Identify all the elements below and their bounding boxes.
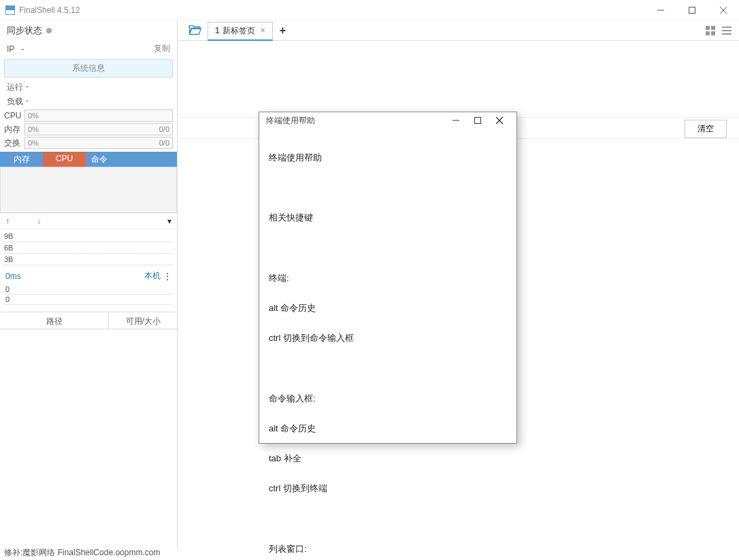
help-line: alt 命令历史: [269, 421, 507, 436]
dialog-close-button[interactable]: [489, 112, 510, 129]
help-terminal-heading: 终端:: [269, 271, 507, 286]
window-title: FinalShell 4.5.12: [19, 5, 80, 15]
sync-status-label: 同步状态: [7, 24, 42, 37]
grid-view-icon[interactable]: [705, 25, 716, 36]
cpu-label: CPU: [4, 111, 24, 120]
help-heading: 终端使用帮助: [269, 150, 507, 165]
disk-list: [0, 329, 177, 548]
help-shortcut-heading: 相关快捷键: [269, 210, 507, 225]
usage-graph: [0, 167, 177, 213]
uptime-value: -: [26, 82, 29, 93]
uptime-label: 运行: [7, 82, 23, 93]
minimize-button[interactable]: [645, 0, 676, 20]
memory-meter: 0%0/0: [24, 123, 173, 135]
app-icon: [5, 5, 15, 15]
svg-rect-4: [706, 26, 710, 30]
sidebar: 同步状态 IP - 复制 系统信息 运行- 负载- CPU 0% 内存 0%0/…: [0, 20, 178, 548]
tab-label: 新标签页: [223, 25, 255, 37]
svg-rect-6: [706, 31, 710, 35]
window-titlebar: FinalShell 4.5.12: [0, 0, 739, 20]
status-bar: 修补:魔影网络 FinalShellCode.oopmm.com: [0, 546, 164, 560]
ip-value: -: [21, 44, 24, 54]
size-column-header[interactable]: 可用/大小: [109, 312, 177, 329]
help-dialog: 终端使用帮助 终端使用帮助 相关快捷键 终端: alt 命令历史 ctrl 切换…: [259, 112, 517, 444]
help-line: alt 命令历史: [269, 301, 507, 316]
svg-rect-7: [711, 31, 715, 35]
ip-label: IP: [7, 44, 14, 54]
svg-rect-5: [711, 26, 715, 30]
memory-label: 内存: [4, 124, 24, 135]
help-line: tab 补全: [269, 451, 507, 466]
path-column-header[interactable]: 路径: [0, 312, 109, 329]
tab-memory[interactable]: 内存: [0, 152, 43, 167]
system-info-button[interactable]: 系统信息: [4, 59, 173, 78]
help-list-heading: 列表窗口:: [269, 542, 507, 557]
svg-rect-1: [689, 7, 695, 13]
list-view-icon[interactable]: [721, 25, 732, 36]
swap-meter: 0%0/0: [24, 137, 173, 149]
close-tab-icon[interactable]: ×: [261, 26, 265, 35]
dialog-maximize-button[interactable]: [467, 112, 488, 129]
sync-status-dot: [46, 28, 52, 33]
swap-label: 交换: [4, 137, 24, 149]
download-icon: ↓: [37, 216, 41, 226]
tab-command[interactable]: 命令: [86, 152, 177, 167]
ping-graph: 0 0: [0, 284, 177, 309]
tab-cpu[interactable]: CPU: [43, 152, 86, 167]
network-graph: 9B 6B 3B: [0, 229, 177, 267]
add-tab-button[interactable]: +: [280, 24, 286, 37]
open-folder-icon[interactable]: [187, 23, 202, 38]
copy-ip-button[interactable]: 复制: [154, 43, 170, 54]
help-line: ctrl 切换到终端: [269, 481, 507, 496]
ping-host: 本机: [144, 270, 161, 282]
clear-button[interactable]: 清空: [685, 120, 727, 138]
ping-ms: 0ms: [5, 271, 21, 281]
ping-dropdown-icon[interactable]: ⋮: [163, 271, 171, 281]
close-button[interactable]: [708, 0, 739, 20]
cpu-meter: 0%: [24, 110, 173, 122]
upload-icon: ↑: [5, 216, 10, 226]
load-value: -: [26, 96, 29, 108]
dialog-body: 终端使用帮助 相关快捷键 终端: alt 命令历史 ctrl 切换到命令输入框 …: [259, 129, 516, 560]
tab-number: 1: [215, 26, 220, 35]
help-line: ctrl 切换到命令输入框: [269, 331, 507, 346]
load-label: 负载: [7, 96, 23, 108]
tab-bar: 1 新标签页 × +: [178, 20, 739, 41]
svg-rect-12: [475, 118, 481, 124]
dialog-minimize-button[interactable]: [446, 112, 466, 129]
page-tab[interactable]: 1 新标签页 ×: [208, 22, 273, 41]
help-input-heading: 命令输入框:: [269, 391, 507, 406]
maximize-button[interactable]: [676, 0, 708, 20]
network-dropdown-icon[interactable]: ▾: [167, 216, 171, 226]
dialog-title: 终端使用帮助: [266, 115, 315, 127]
